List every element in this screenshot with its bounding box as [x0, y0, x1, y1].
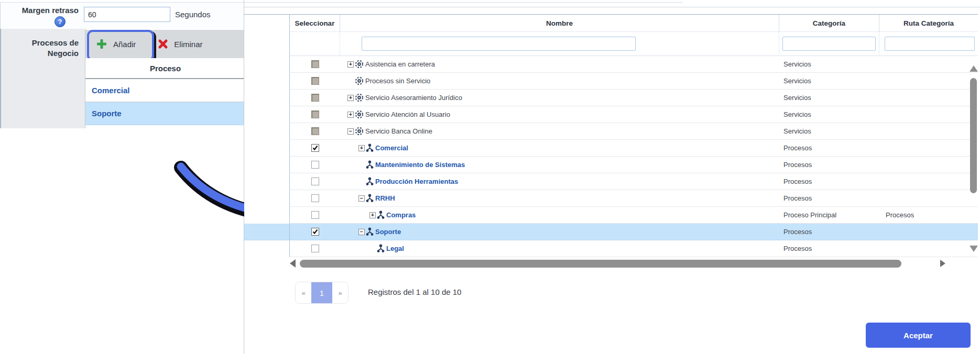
seleccionar-cell	[289, 240, 340, 257]
categoria-cell: Procesos	[779, 240, 879, 257]
seleccionar-cell	[289, 90, 340, 106]
tree-node-label[interactable]: Compras	[386, 211, 416, 219]
seleccionar-cell	[289, 140, 340, 157]
collapse-minus-icon[interactable]: −	[358, 195, 365, 202]
ruta-categoria-cell	[879, 240, 978, 257]
tree-row[interactable]: Producción HerramientasProcesos	[244, 173, 978, 190]
service-icon	[355, 76, 364, 85]
process-icon	[366, 160, 374, 169]
expand-plus-icon[interactable]: +	[369, 212, 376, 218]
categoria-cell: Procesos	[779, 157, 879, 173]
horizontal-scroll-right-arrow[interactable]	[940, 260, 945, 267]
categoria-cell: Procesos	[779, 140, 879, 157]
ruta-categoria-cell: Procesos	[879, 207, 978, 224]
tree-node-label[interactable]: Producción Herramientas	[375, 178, 458, 185]
section-label-column: Procesos de Negocio	[1, 29, 85, 128]
service-icon	[355, 110, 364, 119]
expand-plus-icon[interactable]: +	[347, 112, 354, 118]
delete-x-icon	[158, 39, 168, 49]
vertical-scroll-up-arrow[interactable]	[970, 65, 978, 72]
process-icon	[366, 194, 374, 203]
seleccionar-cell	[289, 224, 340, 240]
categoria-filter-input[interactable]	[782, 37, 876, 51]
row-gutter	[244, 173, 289, 190]
ruta-categoria-cell	[879, 56, 978, 73]
ruta-categoria-filter-input[interactable]	[885, 37, 975, 51]
expand-plus-icon[interactable]: +	[358, 145, 365, 151]
column-header-ruta-categoria: Ruta Categoría	[879, 15, 978, 32]
nombre-filter-input[interactable]	[362, 37, 636, 51]
collapse-minus-icon[interactable]: −	[358, 229, 365, 235]
nombre-cell: +Asistencia en carretera	[340, 56, 779, 73]
tree-row[interactable]: −Servicio Banca OnlineServicios	[244, 123, 978, 140]
add-button[interactable]: Añadir	[89, 32, 143, 56]
tree-row[interactable]: +ComprasProceso PrincipalProcesos	[244, 207, 978, 224]
collapse-minus-icon[interactable]: −	[347, 128, 354, 135]
accept-button[interactable]: Aceptar	[866, 323, 971, 348]
service-icon	[355, 60, 364, 69]
nombre-cell: +Servicio Asesoramiento Jurídico	[340, 90, 779, 106]
process-row[interactable]: Soporte	[85, 102, 245, 125]
nombre-cell: +Comercial	[340, 140, 779, 157]
expand-plus-icon[interactable]: +	[347, 61, 354, 68]
horizontal-scrollbar-thumb[interactable]	[300, 260, 901, 268]
procesos-negocio-label: Procesos de Negocio	[1, 38, 79, 59]
ruta-categoria-cell	[879, 224, 978, 240]
tree-node-label[interactable]: Comercial	[375, 144, 408, 152]
help-icon[interactable]: ?	[55, 16, 66, 27]
categoria-cell: Servicios	[779, 90, 879, 106]
process-icon	[377, 211, 385, 219]
vertical-scrollbar-thumb[interactable]	[970, 78, 977, 193]
nombre-cell: −RRHH	[340, 190, 779, 207]
page-number-button[interactable]: 1	[311, 282, 332, 303]
tree-row[interactable]: LegalProcesos	[244, 240, 978, 257]
row-checkbox[interactable]	[311, 144, 319, 152]
tree-node-label[interactable]: RRHH	[375, 194, 395, 202]
tree-node-label[interactable]: Asistencia en carretera	[365, 60, 435, 68]
tree-row[interactable]: +ComercialProcesos	[244, 140, 978, 157]
tree-node-label[interactable]: Procesos sin Servicio	[365, 77, 430, 85]
row-gutter	[244, 106, 289, 123]
vertical-scroll-down-arrow[interactable]	[970, 246, 978, 252]
row-checkbox[interactable]	[311, 194, 319, 202]
tree-row[interactable]: +Servicio Asesoramiento JurídicoServicio…	[244, 90, 978, 106]
expand-plus-icon[interactable]: +	[347, 95, 354, 101]
tree-row[interactable]: Procesos sin ServicioServicios	[244, 73, 978, 90]
tree-row[interactable]: +Asistencia en carreteraServicios	[244, 56, 978, 73]
page-next-button[interactable]: »	[332, 282, 348, 303]
horizontal-scroll-left-arrow[interactable]	[290, 259, 296, 268]
column-header-seleccionar: Seleccionar	[289, 15, 340, 32]
nombre-cell: Producción Herramientas	[340, 173, 779, 190]
row-checkbox[interactable]	[311, 161, 319, 169]
ruta-categoria-cell	[879, 106, 978, 123]
row-gutter	[244, 73, 289, 90]
tree-row[interactable]: −SoporteProcesos	[244, 224, 978, 240]
tree-row[interactable]: −RRHHProcesos	[244, 190, 978, 207]
categoria-cell: Servicios	[779, 106, 879, 123]
ruta-categoria-cell	[879, 90, 978, 106]
categoria-cell: Proceso Principal	[779, 207, 879, 224]
page-prev-button[interactable]: «	[296, 282, 311, 303]
process-row[interactable]: Comercial	[85, 79, 245, 102]
tree-row[interactable]: +Servicio Atención al UsuarioServicios	[244, 106, 978, 123]
tree-node-label[interactable]: Legal	[386, 245, 404, 252]
section-content: Añadir Eliminar Proceso ComercialSoporte	[85, 29, 245, 128]
delete-button-label: Eliminar	[174, 40, 202, 49]
seleccionar-cell	[289, 190, 340, 207]
seleccionar-cell	[289, 106, 340, 123]
tree-node-label[interactable]: Soporte	[375, 228, 401, 236]
delete-button[interactable]: Eliminar	[150, 32, 210, 56]
tree-node-label[interactable]: Servicio Banca Online	[365, 127, 432, 135]
tree-node-label[interactable]: Mantenimiento de Sistemas	[375, 161, 465, 169]
tree-row[interactable]: Mantenimiento de SistemasProcesos	[244, 157, 978, 173]
tree-node-label[interactable]: Servicio Atención al Usuario	[365, 110, 450, 118]
tree-node-label[interactable]: Servicio Asesoramiento Jurídico	[365, 94, 462, 102]
categoria-cell: Servicios	[779, 73, 879, 90]
margen-retraso-input[interactable]	[84, 7, 170, 22]
row-checkbox[interactable]	[311, 228, 319, 236]
row-checkbox[interactable]	[311, 178, 319, 185]
row-checkbox[interactable]	[311, 245, 319, 252]
row-gutter	[244, 123, 289, 140]
row-checkbox[interactable]	[311, 211, 319, 219]
ruta-categoria-cell	[879, 173, 978, 190]
